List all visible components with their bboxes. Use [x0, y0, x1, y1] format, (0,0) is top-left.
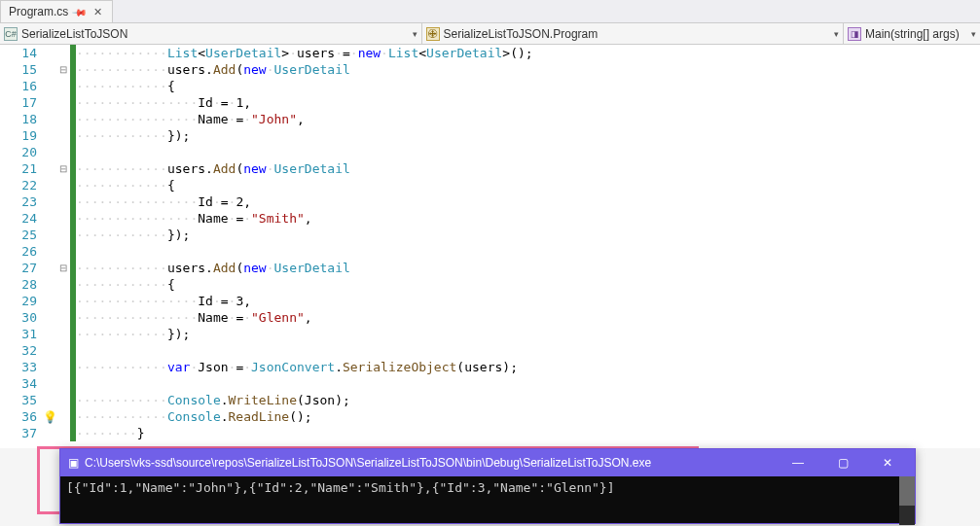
line-number: 24 [0, 211, 43, 226]
code-line[interactable]: ············}); [76, 127, 980, 144]
code-line[interactable]: ············List<UserDetail>·users·=·new… [76, 45, 980, 61]
code-line[interactable]: ············var·Json·=·JsonConvert.Seria… [76, 359, 980, 375]
glyph-margin: 💡 [43, 410, 56, 424]
line-number: 14 [0, 46, 43, 60]
namespace-label: SerializeListToJSON [21, 27, 127, 41]
class-icon: 🕀 [426, 27, 440, 41]
minimize-button[interactable]: — [779, 449, 817, 476]
line-number: 20 [0, 145, 43, 159]
code-line[interactable]: ············Console.WriteLine(Json); [76, 392, 980, 408]
code-area[interactable]: ············List<UserDetail>·users·=·new… [76, 45, 980, 448]
gutter-row: 29 [0, 293, 76, 309]
console-app-icon: ▣ [68, 456, 79, 470]
gutter-row: 20 [0, 144, 76, 160]
console-scrollbar[interactable] [899, 476, 915, 525]
csharp-file-icon: C# [4, 27, 18, 41]
gutter-row: 15⊟ [0, 61, 76, 78]
code-line[interactable]: ················Id·=·3, [76, 293, 980, 309]
code-line[interactable] [76, 342, 980, 359]
code-line[interactable] [76, 144, 980, 160]
code-line[interactable]: ············users.Add(new·UserDetail [76, 61, 980, 78]
editor-gutter: 1415⊟161718192021⊟222324252627⊟282930313… [0, 45, 76, 448]
code-line[interactable] [76, 375, 980, 392]
fold-margin[interactable]: ⊟ [56, 263, 70, 273]
code-line[interactable]: ················Name·=·"Smith", [76, 210, 980, 227]
member-dropdown[interactable]: ◨ Main(string[] args) ▾ [844, 23, 980, 44]
code-line[interactable]: ············}); [76, 326, 980, 342]
line-number: 16 [0, 79, 43, 93]
console-output-line: [{"Id":1,"Name":"John"},{"Id":2,"Name":"… [66, 480, 615, 495]
code-line[interactable]: ················Id·=·1, [76, 94, 980, 111]
lightbulb-icon[interactable]: 💡 [43, 410, 57, 424]
gutter-row: 17 [0, 94, 76, 111]
chevron-down-icon: ▾ [971, 29, 976, 39]
gutter-row: 32 [0, 342, 76, 359]
gutter-row: 26 [0, 243, 76, 260]
line-number: 28 [0, 277, 43, 292]
line-number: 27 [0, 261, 43, 275]
gutter-row: 34 [0, 375, 76, 392]
code-line[interactable]: ············users.Add(new·UserDetail [76, 260, 980, 276]
line-number: 21 [0, 161, 43, 176]
code-line[interactable]: ················Name·=·"John", [76, 111, 980, 127]
console-window[interactable]: ▣ C:\Users\vks-ssd\source\repos\Serializ… [59, 448, 916, 524]
gutter-row: 31 [0, 326, 76, 342]
close-button[interactable]: ✕ [868, 449, 907, 476]
gutter-row: 25 [0, 227, 76, 243]
console-output-area[interactable]: [{"Id":1,"Name":"John"},{"Id":2,"Name":"… [60, 476, 915, 525]
console-title-text: C:\Users\vks-ssd\source\repos\SerializeL… [85, 456, 651, 470]
code-editor[interactable]: 1415⊟161718192021⊟222324252627⊟282930313… [0, 45, 980, 448]
method-icon: ◨ [848, 27, 861, 41]
namespace-dropdown[interactable]: C# SerializeListToJSON ▾ [0, 23, 422, 44]
document-tab[interactable]: Program.cs 📌 ✕ [0, 0, 113, 22]
line-number: 30 [0, 310, 43, 325]
fold-margin[interactable]: ⊟ [56, 163, 70, 174]
gutter-row: 18 [0, 111, 76, 127]
gutter-row: 24 [0, 210, 76, 227]
console-scrollbar-thumb[interactable] [899, 476, 915, 506]
code-line[interactable]: ················Id·=·2, [76, 193, 980, 210]
member-label: Main(string[] args) [865, 27, 960, 41]
class-label: SerializeListToJSON.Program [444, 27, 599, 41]
chevron-down-icon: ▾ [834, 29, 839, 39]
code-line[interactable]: ················Name·=·"Glenn", [76, 309, 980, 326]
line-number: 35 [0, 393, 43, 407]
gutter-row: 35 [0, 392, 76, 408]
code-line[interactable]: ············{ [76, 177, 980, 193]
line-number: 18 [0, 112, 43, 126]
close-icon[interactable]: ✕ [91, 6, 104, 18]
code-line[interactable]: ············}); [76, 227, 980, 243]
code-line[interactable]: ············users.Add(new·UserDetail [76, 160, 980, 177]
line-number: 26 [0, 244, 43, 259]
navigation-bar: C# SerializeListToJSON ▾ 🕀 SerializeList… [0, 23, 980, 45]
code-line[interactable]: ············{ [76, 276, 980, 293]
class-dropdown[interactable]: 🕀 SerializeListToJSON.Program ▾ [422, 23, 845, 44]
gutter-row: 27⊟ [0, 260, 76, 276]
line-number: 34 [0, 376, 43, 391]
code-line[interactable]: ············{ [76, 78, 980, 94]
gutter-row: 36💡 [0, 408, 76, 425]
maximize-button[interactable]: ▢ [823, 449, 862, 476]
gutter-row: 19 [0, 127, 76, 144]
document-tab-bar: Program.cs 📌 ✕ [0, 0, 980, 23]
gutter-row: 37 [0, 425, 76, 441]
code-line[interactable] [76, 243, 980, 260]
line-number: 23 [0, 194, 43, 209]
gutter-row: 33 [0, 359, 76, 375]
tab-title: Program.cs [9, 5, 68, 18]
gutter-row: 28 [0, 276, 76, 293]
gutter-row: 21⊟ [0, 160, 76, 177]
pin-icon[interactable]: 📌 [72, 4, 88, 19]
gutter-row: 14 [0, 45, 76, 61]
line-number: 33 [0, 360, 43, 374]
gutter-row: 16 [0, 78, 76, 94]
console-title-bar[interactable]: ▣ C:\Users\vks-ssd\source\repos\Serializ… [60, 449, 915, 476]
code-line[interactable]: ········} [76, 425, 980, 441]
gutter-row: 23 [0, 193, 76, 210]
fold-margin[interactable]: ⊟ [56, 64, 70, 75]
line-number: 29 [0, 294, 43, 308]
line-number: 36 [0, 409, 43, 424]
line-number: 19 [0, 128, 43, 143]
code-line[interactable]: ············Console.ReadLine(); [76, 408, 980, 425]
line-number: 22 [0, 178, 43, 193]
